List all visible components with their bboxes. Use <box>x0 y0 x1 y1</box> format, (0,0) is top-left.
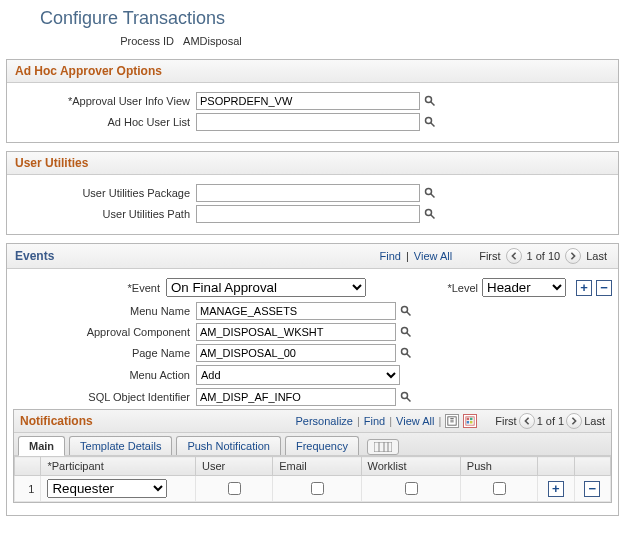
events-title: Events <box>15 249 54 263</box>
tab-push-notification[interactable]: Push Notification <box>176 436 281 455</box>
page-title: Configure Transactions <box>0 0 625 33</box>
col-push[interactable]: Push <box>460 457 537 476</box>
lookup-icon[interactable] <box>423 115 437 129</box>
menu-action-select[interactable]: Add <box>196 365 400 385</box>
col-num <box>15 457 41 476</box>
svg-rect-21 <box>470 421 473 424</box>
sql-obj-field[interactable] <box>196 388 396 406</box>
add-row-button[interactable]: + <box>548 481 564 497</box>
process-id-label: Process ID <box>0 35 180 47</box>
delete-row-button[interactable]: − <box>584 481 600 497</box>
events-find-link[interactable]: Find <box>380 250 401 262</box>
worklist-checkbox[interactable] <box>405 482 418 495</box>
next-icon[interactable] <box>565 248 581 264</box>
svg-line-15 <box>407 398 411 402</box>
svg-rect-20 <box>467 421 470 424</box>
page-name-label: Page Name <box>11 347 196 359</box>
lookup-icon[interactable] <box>423 186 437 200</box>
svg-point-10 <box>402 328 408 334</box>
cell-num: 1 <box>15 476 41 502</box>
notif-viewall-link[interactable]: View All <box>396 415 434 427</box>
page-name-field[interactable] <box>196 344 396 362</box>
notifications-section: Notifications Personalize | Find | View … <box>13 409 612 503</box>
adhoc-section: Ad Hoc Approver Options *Approval User I… <box>6 59 619 143</box>
util-path-field[interactable] <box>196 205 420 223</box>
notif-personalize-link[interactable]: Personalize <box>295 415 352 427</box>
prev-icon[interactable] <box>519 413 535 429</box>
table-row: 1 Requester + − <box>15 476 611 502</box>
email-checkbox[interactable] <box>311 482 324 495</box>
svg-line-1 <box>431 102 435 106</box>
user-utilities-section: User Utilities User Utilities Package Us… <box>6 151 619 235</box>
notification-tabs: Main Template Details Push Notification … <box>14 433 611 456</box>
menu-name-label: Menu Name <box>11 305 196 317</box>
notif-first[interactable]: First <box>495 415 516 427</box>
util-package-label: User Utilities Package <box>11 187 196 199</box>
download-icon[interactable] <box>463 414 477 428</box>
events-viewall-link[interactable]: View All <box>414 250 452 262</box>
svg-point-8 <box>402 307 408 313</box>
process-id-row: Process ID AMDisposal <box>0 33 625 55</box>
notifications-title: Notifications <box>20 414 93 428</box>
events-pos: 1 of 10 <box>527 250 561 262</box>
zoom-icon[interactable] <box>445 414 459 428</box>
svg-line-11 <box>407 333 411 337</box>
process-id-value: AMDisposal <box>183 35 242 47</box>
prev-icon[interactable] <box>506 248 522 264</box>
events-header: Events Find | View All First 1 of 10 Las… <box>7 244 618 269</box>
svg-point-4 <box>426 189 432 195</box>
level-select[interactable]: Header <box>482 278 566 297</box>
events-first-label[interactable]: First <box>479 250 500 262</box>
svg-line-5 <box>431 194 435 198</box>
notif-last[interactable]: Last <box>584 415 605 427</box>
notif-find-link[interactable]: Find <box>364 415 385 427</box>
user-utilities-title: User Utilities <box>15 156 88 170</box>
event-select[interactable]: On Final Approval <box>166 278 366 297</box>
sql-obj-label: SQL Object Identifier <box>11 391 196 403</box>
svg-line-3 <box>431 123 435 127</box>
col-add <box>538 457 574 476</box>
col-user[interactable]: User <box>196 457 273 476</box>
tab-main[interactable]: Main <box>18 436 65 456</box>
approval-view-field[interactable] <box>196 92 420 110</box>
approval-component-field[interactable] <box>196 323 396 341</box>
svg-rect-22 <box>374 442 392 452</box>
util-package-field[interactable] <box>196 184 420 202</box>
lookup-icon[interactable] <box>399 304 413 318</box>
menu-action-label: Menu Action <box>11 369 196 381</box>
notifications-header: Notifications Personalize | Find | View … <box>14 410 611 433</box>
adhoc-user-list-label: Ad Hoc User List <box>11 116 196 128</box>
adhoc-user-list-field[interactable] <box>196 113 420 131</box>
lookup-icon[interactable] <box>423 94 437 108</box>
col-worklist[interactable]: Worklist <box>361 457 460 476</box>
adhoc-title: Ad Hoc Approver Options <box>15 64 162 78</box>
menu-name-field[interactable] <box>196 302 396 320</box>
events-section: Events Find | View All First 1 of 10 Las… <box>6 243 619 516</box>
delete-row-button[interactable]: − <box>596 280 612 296</box>
level-label: *Level <box>447 282 482 294</box>
events-last-label[interactable]: Last <box>586 250 607 262</box>
tab-template-details[interactable]: Template Details <box>69 436 172 455</box>
svg-point-6 <box>426 210 432 216</box>
user-utilities-header: User Utilities <box>7 152 618 175</box>
col-del <box>574 457 610 476</box>
add-row-button[interactable]: + <box>576 280 592 296</box>
lookup-icon[interactable] <box>399 390 413 404</box>
util-path-label: User Utilities Path <box>11 208 196 220</box>
tab-frequency[interactable]: Frequency <box>285 436 359 455</box>
col-participant[interactable]: *Participant <box>41 457 196 476</box>
svg-point-0 <box>426 97 432 103</box>
col-email[interactable]: Email <box>273 457 361 476</box>
notifications-grid: *Participant User Email Worklist Push 1 … <box>14 456 611 502</box>
lookup-icon[interactable] <box>399 346 413 360</box>
push-checkbox[interactable] <box>493 482 506 495</box>
show-all-columns-icon[interactable] <box>367 439 399 455</box>
participant-select[interactable]: Requester <box>47 479 167 498</box>
user-checkbox[interactable] <box>228 482 241 495</box>
svg-point-2 <box>426 118 432 124</box>
lookup-icon[interactable] <box>399 325 413 339</box>
svg-line-7 <box>431 215 435 219</box>
next-icon[interactable] <box>566 413 582 429</box>
svg-point-14 <box>402 393 408 399</box>
lookup-icon[interactable] <box>423 207 437 221</box>
